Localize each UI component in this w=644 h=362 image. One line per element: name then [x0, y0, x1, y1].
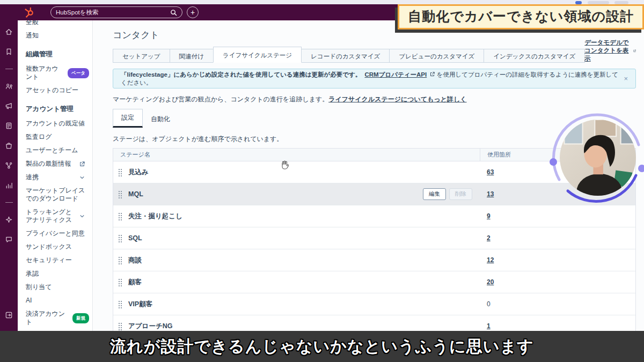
- table-row: 顧客20: [113, 271, 635, 293]
- hubspot-logo-icon[interactable]: [24, 6, 35, 18]
- sidebar-item[interactable]: 複数アカウントベータ: [26, 62, 92, 84]
- contacts-icon[interactable]: [5, 82, 13, 90]
- subtab-自動化[interactable]: 自動化: [143, 111, 178, 128]
- drag-handle-icon[interactable]: [118, 212, 122, 220]
- sidebar-item[interactable]: 承認: [26, 267, 92, 280]
- collapse-panel-icon[interactable]: [5, 311, 13, 319]
- content-icon[interactable]: [5, 122, 13, 130]
- drag-handle-icon[interactable]: [118, 190, 122, 198]
- sidebar-item-label: アカウントの既定値: [26, 120, 85, 128]
- stage-name: MQL: [128, 190, 143, 198]
- subtab-設定[interactable]: 設定: [113, 109, 143, 128]
- sidebar-item[interactable]: アカウントの既定値: [26, 117, 92, 130]
- create-button[interactable]: +: [187, 6, 199, 18]
- tab-プレビューのカスタマイズ[interactable]: プレビューのカスタマイズ: [389, 49, 484, 63]
- usage-count-link[interactable]: 1: [487, 322, 491, 330]
- table-row: 失注・掘り起こし9: [113, 205, 635, 227]
- usage-count-cell: 12: [480, 256, 635, 264]
- sidebar-item-label: 複数アカウント: [26, 65, 65, 81]
- sidebar-item[interactable]: 割り当て: [26, 280, 92, 294]
- sidebar-item[interactable]: 決済アカウント新規: [26, 307, 92, 329]
- sidebar-item[interactable]: サンドボックス: [26, 240, 92, 254]
- sidebar-item[interactable]: ユーザーとチーム: [26, 144, 92, 157]
- rail-divider: [5, 69, 13, 69]
- external-link-icon: [79, 161, 85, 167]
- sidebar-item[interactable]: セキュリティー: [26, 254, 92, 267]
- view-data-model-link[interactable]: データモデルでコンタクトを表示: [584, 39, 636, 63]
- webcam-overlay: [548, 109, 644, 207]
- tab-ライフサイクルステージ[interactable]: ライフサイクルステージ: [213, 47, 302, 63]
- stage-name: 見込み: [128, 168, 149, 177]
- stage-name: アプローチNG: [128, 322, 172, 331]
- info-banner: 「lifecyclestage」にあらかじめ設定された値を使用している連携は更新…: [113, 69, 636, 88]
- usage-count-link[interactable]: 12: [487, 256, 494, 264]
- stage-name: VIP顧客: [128, 300, 152, 309]
- sidebar-item[interactable]: 通知: [26, 29, 92, 42]
- sidebar-item[interactable]: アセットのコピー: [26, 84, 92, 97]
- tab-関連付け[interactable]: 関連付け: [170, 49, 214, 63]
- banner-close-icon[interactable]: ×: [624, 75, 628, 83]
- sidebar-item[interactable]: 監査ログ: [26, 130, 92, 144]
- sidebar-item-label: 承認: [26, 270, 39, 278]
- sidebar-item[interactable]: プライバシーと同意: [26, 227, 92, 240]
- subtitle-text: 流れが設計できるんじゃないかなというふうに思います: [110, 336, 534, 358]
- sidebar-item[interactable]: AI: [26, 294, 92, 307]
- usage-count-cell: 9: [480, 212, 635, 220]
- usage-count: 0: [487, 300, 491, 308]
- commerce-icon[interactable]: [5, 142, 13, 150]
- stage-name: 顧客: [128, 278, 142, 287]
- nav-icon-rail: [0, 20, 18, 331]
- ai-icon[interactable]: [5, 216, 13, 224]
- sidebar-section-header: アカウント管理: [26, 97, 92, 117]
- sidebar-item[interactable]: 連携: [26, 171, 92, 184]
- chat-icon[interactable]: [5, 235, 13, 243]
- lifecycle-learn-more-link[interactable]: ライフサイクルステージについてもっと詳しく: [328, 95, 466, 103]
- drag-handle-icon[interactable]: [118, 322, 122, 330]
- video-caption-box: 自動化でカバーできない領域の設計: [398, 4, 644, 29]
- edit-button[interactable]: 編集: [423, 188, 446, 200]
- marketing-icon[interactable]: [5, 102, 13, 110]
- object-tabs: セットアップ関連付けライフサイクルステージレコードのカスタマイズプレビューのカス…: [113, 48, 644, 63]
- usage-count-link[interactable]: 63: [487, 168, 494, 176]
- subtitle-bar: 流れが設計できるんじゃないかなというふうに思います: [0, 331, 644, 362]
- bookmark-icon[interactable]: [5, 48, 13, 56]
- page-title: コンタクト: [113, 29, 644, 41]
- reporting-icon[interactable]: [5, 181, 13, 189]
- usage-count-link[interactable]: 2: [487, 234, 491, 242]
- banner-text-bold: 「lifecyclestage」にあらかじめ設定された値を使用している連携は更新…: [121, 71, 361, 78]
- sidebar-item[interactable]: トラッキングとアナリティクス: [26, 205, 92, 227]
- sidebar-item-label: 決済アカウント: [26, 310, 70, 326]
- sidebar-item[interactable]: 全般: [26, 20, 92, 29]
- sidebar-item-label: アセットのコピー: [26, 86, 78, 94]
- usage-count-link[interactable]: 20: [487, 278, 494, 286]
- chevron-down-icon: [79, 175, 85, 180]
- crm-property-api-link[interactable]: CRMプロパティーAPI: [365, 71, 427, 78]
- usage-count-link[interactable]: 9: [487, 212, 491, 220]
- automation-icon[interactable]: [5, 161, 13, 169]
- stage-row-main: 失注・掘り起こし: [113, 212, 480, 221]
- usage-count-link[interactable]: 13: [487, 190, 494, 198]
- screen: HubSpotを検索 + ↑ アップグレード 全般通知組織管理複数アカウントベー…: [0, 0, 644, 362]
- drag-handle-icon[interactable]: [118, 234, 122, 242]
- decoration-dot: [550, 158, 557, 166]
- home-icon[interactable]: [5, 28, 13, 36]
- browser-chrome-sliver: [0, 0, 644, 4]
- tab-インデックスのカスタマイズ[interactable]: インデックスのカスタマイズ: [484, 49, 585, 63]
- stage-row-main: アプローチNG: [113, 322, 480, 331]
- sidebar-item[interactable]: マーケットプレイスでのダウンロード: [26, 184, 92, 205]
- search-icon: [170, 9, 177, 16]
- sidebar-item[interactable]: 製品の最新情報: [26, 157, 92, 171]
- sidebar-item-label: 全般: [26, 20, 39, 26]
- drag-handle-icon[interactable]: [118, 278, 122, 286]
- usage-count-cell: 1: [480, 322, 635, 330]
- stage-row-main: 商談: [113, 256, 480, 265]
- decoration-dot: [638, 165, 644, 172]
- drag-handle-icon[interactable]: [118, 256, 122, 264]
- chevron-down-icon: [79, 213, 85, 219]
- tab-セットアップ[interactable]: セットアップ: [113, 49, 170, 63]
- section-description: マーケティングおよび営業の観点から、コンタクトの進行を追跡します。ライフサイクル…: [113, 95, 644, 104]
- tab-レコードのカスタマイズ[interactable]: レコードのカスタマイズ: [301, 49, 390, 63]
- drag-handle-icon[interactable]: [118, 168, 122, 176]
- drag-handle-icon[interactable]: [118, 300, 122, 308]
- global-search-input[interactable]: HubSpotを検索: [50, 6, 182, 18]
